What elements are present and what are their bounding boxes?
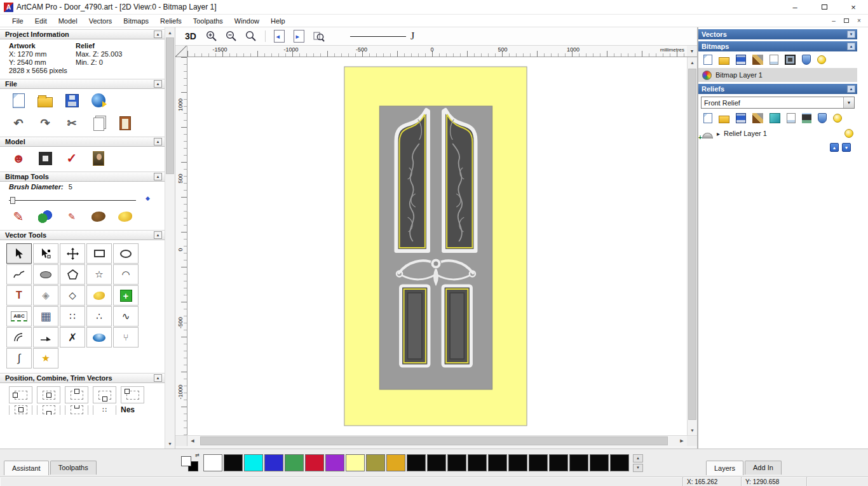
dropdown-arrow-icon[interactable]: ▼ <box>843 97 854 108</box>
draw-button[interactable]: ✎ <box>64 209 80 224</box>
spline-dome-tool[interactable] <box>86 327 112 348</box>
palette-swatch-11[interactable] <box>427 454 446 471</box>
export-model-button[interactable] <box>90 93 107 108</box>
expand-panel-icon[interactable]: ▼ <box>847 30 855 38</box>
dots-pattern-button[interactable]: ∷ <box>93 405 116 415</box>
palette-swatch-20[interactable] <box>610 454 629 471</box>
align-top-button[interactable] <box>65 386 88 403</box>
tab-assistant[interactable]: Assistant <box>4 461 49 475</box>
palette-swatch-12[interactable] <box>447 454 466 471</box>
filled-ellipse-tool[interactable] <box>33 264 58 285</box>
save-model-button[interactable] <box>64 93 80 108</box>
distort-tool[interactable]: ⑂ <box>113 327 139 348</box>
text-tool-button[interactable]: T <box>6 285 32 306</box>
sculpt-layer-icon[interactable] <box>752 113 763 123</box>
reliefs-panel-header[interactable]: Reliefs ▲ <box>698 84 857 94</box>
palette-swatch-16[interactable] <box>529 454 548 471</box>
weld-vectors-button[interactable] <box>37 405 60 415</box>
arc-tool[interactable]: ◠ <box>113 264 139 285</box>
foreground-color-swatch[interactable] <box>181 456 191 466</box>
palette-swatch-2[interactable] <box>244 454 263 471</box>
tab-add-in[interactable]: Add In <box>745 461 782 475</box>
mdi-minimize-button[interactable]: – <box>829 17 839 25</box>
trim-tool[interactable]: ✗ <box>60 327 85 348</box>
tab-toolpaths[interactable]: Toolpaths <box>50 461 97 475</box>
collapse-section-icon[interactable]: ▲ <box>154 231 162 239</box>
relief-visibility-bulb-icon[interactable] <box>844 129 853 138</box>
toggle-relief-visibility-icon[interactable] <box>833 114 842 123</box>
colour-picker-button[interactable] <box>117 209 133 224</box>
menu-window[interactable]: Window <box>229 16 265 26</box>
bitmaps-panel-header[interactable]: Bitmaps ▲ <box>698 41 857 51</box>
bitmap-layer-row[interactable]: Bitmap Layer 1 <box>698 68 857 82</box>
load-image-button[interactable] <box>90 151 107 166</box>
delete-relief-layer-icon[interactable] <box>818 113 827 123</box>
collapse-section-icon[interactable]: ▲ <box>154 80 162 88</box>
select-tool[interactable] <box>6 243 32 264</box>
open-relief-layer-icon[interactable] <box>719 116 729 123</box>
previous-view-button[interactable] <box>272 29 287 43</box>
palette-swatch-3[interactable] <box>264 454 283 471</box>
relief-select-dropdown[interactable]: Front Relief ▼ <box>701 97 855 109</box>
face-wizard-button[interactable]: ☻ <box>10 151 27 166</box>
collapse-panel-icon[interactable]: ▲ <box>847 43 855 50</box>
scroll-thumb[interactable] <box>688 69 696 420</box>
curve-fit-tool[interactable]: ∿ <box>113 306 139 327</box>
palette-scroll-down-icon[interactable]: ▼ <box>633 464 643 472</box>
paint-selective-button[interactable] <box>37 209 53 224</box>
move-layer-down-button[interactable]: ▼ <box>842 143 851 152</box>
mdi-close-button[interactable]: × <box>854 17 864 25</box>
paste-button[interactable] <box>117 116 133 131</box>
minimize-button[interactable]: – <box>780 0 810 15</box>
next-view-button[interactable] <box>292 29 307 43</box>
palette-scroll-up-icon[interactable]: ▲ <box>633 454 643 462</box>
paste-grid-tool[interactable]: ▦ <box>33 306 58 327</box>
relief-layer-name[interactable]: Relief Layer 1 <box>724 130 767 137</box>
open-model-button[interactable] <box>37 93 53 108</box>
menu-vectors[interactable]: Vectors <box>83 16 118 26</box>
zoom-in-button[interactable] <box>204 29 219 43</box>
align-corner-button[interactable] <box>121 386 144 403</box>
cut-button[interactable]: ✂ <box>64 116 80 131</box>
trim-vectors-button[interactable] <box>65 405 88 415</box>
vectors-panel-header[interactable]: Vectors ▼ <box>698 29 857 39</box>
delete-layer-icon[interactable] <box>802 55 811 65</box>
collapse-section-icon[interactable]: ▲ <box>154 374 162 382</box>
measure-tool[interactable]: ◈ <box>33 285 58 306</box>
smoothness-icon[interactable]: J <box>410 30 414 42</box>
fg-bg-color-selector[interactable]: ⇄ <box>180 454 200 473</box>
menu-reliefs[interactable]: Reliefs <box>154 16 187 26</box>
palette-swatch-1[interactable] <box>224 454 243 471</box>
menu-help[interactable]: Help <box>265 16 291 26</box>
ellipse-tool[interactable] <box>113 243 139 264</box>
scroll-track[interactable] <box>688 67 697 425</box>
scroll-track[interactable] <box>198 436 677 446</box>
palette-swatch-17[interactable] <box>549 454 568 471</box>
file-section-header[interactable]: File ▲ <box>0 79 165 89</box>
section-profile-tool[interactable]: ∫ <box>6 348 32 368</box>
position-combine-trim-header[interactable]: Position, Combine, Trim Vectors ▲ <box>0 373 165 383</box>
merge-layer-icon[interactable] <box>770 55 778 65</box>
palette-swatch-6[interactable] <box>325 454 344 471</box>
scroll-down-icon[interactable]: ▼ <box>688 425 697 435</box>
menu-model[interactable]: Model <box>53 16 83 26</box>
palette-swatch-10[interactable] <box>407 454 426 471</box>
texture-wizard-button[interactable]: ✓ <box>64 151 80 166</box>
new-bitmap-layer-icon[interactable] <box>703 55 712 65</box>
menu-bitmaps[interactable]: Bitmaps <box>118 16 154 26</box>
ruler-unit-dropdown[interactable]: ▼ <box>687 46 697 57</box>
brush-diameter-slider[interactable]: ◆ <box>9 196 136 204</box>
stamp-layer-icon[interactable] <box>785 55 796 65</box>
text-block-tool[interactable]: ABC <box>6 306 32 327</box>
mdi-restore-button[interactable] <box>841 17 851 25</box>
rectangle-tool[interactable] <box>86 243 112 264</box>
palette-swatch-5[interactable] <box>305 454 324 471</box>
restore-button[interactable] <box>810 0 839 15</box>
palette-swatch-4[interactable] <box>285 454 304 471</box>
palette-swatch-0[interactable] <box>203 454 222 471</box>
move-layer-up-button[interactable]: ▲ <box>830 143 839 152</box>
canvas-h-scrollbar[interactable]: ◀ ▶ <box>187 436 687 446</box>
palette-swatch-7[interactable] <box>346 454 365 471</box>
scroll-down-icon[interactable]: ▼ <box>165 438 175 449</box>
relief-dropdown-value[interactable]: Front Relief <box>702 99 843 107</box>
